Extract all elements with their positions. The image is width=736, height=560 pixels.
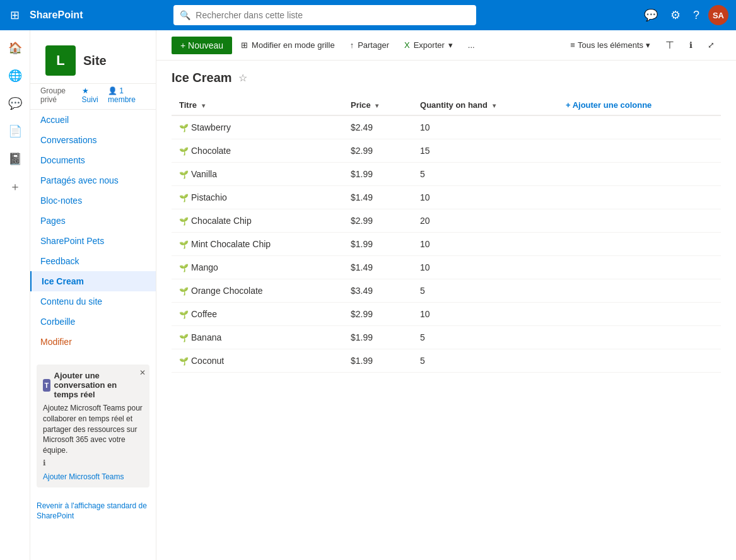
list-star-icon[interactable]: ☆ bbox=[238, 72, 247, 84]
members-btn[interactable]: 👤 1 membre bbox=[108, 86, 146, 104]
user-avatar[interactable]: SA bbox=[708, 5, 728, 25]
sidebar-item-contenu[interactable]: Contenu du site bbox=[30, 291, 156, 312]
sidebar-item-sharepoint-pets[interactable]: SharePoint Pets bbox=[30, 231, 156, 251]
sidebar-item-corbeille[interactable]: Corbeille bbox=[30, 312, 156, 332]
expand-button[interactable]: ⤢ bbox=[701, 37, 721, 54]
cell-price: $2.99 bbox=[343, 209, 412, 233]
sidebar-item-modifier[interactable]: Modifier bbox=[30, 332, 156, 352]
site-header: L Site bbox=[30, 38, 156, 84]
teams-icon: T bbox=[43, 379, 50, 392]
cell-price: $2.49 bbox=[343, 115, 412, 139]
cell-add bbox=[558, 115, 721, 139]
globe-icon[interactable]: 🌐 bbox=[3, 63, 28, 88]
row-icon: 🌱 bbox=[179, 124, 189, 132]
cell-price: $2.99 bbox=[343, 303, 412, 326]
promo-body: Ajoutez Microsoft Teams pour collaborer … bbox=[43, 403, 143, 456]
table-row[interactable]: 🌱Coconut $1.99 5 bbox=[172, 349, 721, 373]
table-row[interactable]: 🌱Coffee $2.99 10 bbox=[172, 303, 721, 326]
chat-icon2[interactable]: 💬 bbox=[3, 91, 28, 116]
waffle-icon[interactable]: ⊞ bbox=[8, 6, 22, 25]
table-row[interactable]: 🌱Chocolate $2.99 15 bbox=[172, 139, 721, 163]
cell-title: 🌱Chocolate bbox=[172, 139, 343, 163]
sidebar-item-partages[interactable]: Partagés avec nous bbox=[30, 170, 156, 190]
table-row[interactable]: 🌱Banana $1.99 5 bbox=[172, 326, 721, 349]
toolbar: + Nouveau ⊞ Modifier en mode grille ↑ Pa… bbox=[156, 30, 736, 61]
table-row[interactable]: 🌱Vanilla $1.99 5 bbox=[172, 163, 721, 186]
follow-btn[interactable]: ★ Suivi bbox=[82, 86, 103, 104]
row-icon: 🌱 bbox=[179, 194, 189, 202]
row-icon: 🌱 bbox=[179, 334, 189, 342]
cell-title: 🌱Stawberry bbox=[172, 115, 343, 139]
document-icon[interactable]: 📄 bbox=[3, 119, 28, 144]
filter-button[interactable]: ⊤ bbox=[659, 35, 681, 55]
cell-title: 🌱Mango bbox=[172, 256, 343, 279]
views-button[interactable]: ≡ Tous les éléments ▾ bbox=[564, 37, 657, 54]
table-row[interactable]: 🌱Mango $1.49 10 bbox=[172, 256, 721, 279]
help-icon[interactable]: ? bbox=[689, 6, 703, 25]
site-title: Site bbox=[83, 54, 107, 68]
row-icon: 🌱 bbox=[179, 147, 189, 156]
search-input[interactable] bbox=[196, 10, 470, 20]
cell-add bbox=[558, 349, 721, 373]
promo-close-button[interactable]: ✕ bbox=[139, 368, 146, 377]
site-logo: L bbox=[45, 45, 76, 76]
excel-icon: X bbox=[404, 40, 410, 50]
col-header-price[interactable]: Price ▾ bbox=[343, 95, 412, 115]
row-icon: 🌱 bbox=[179, 264, 189, 272]
privacy-badge: Groupe privé bbox=[40, 86, 77, 104]
table-row[interactable]: 🌱Pistachio $1.49 10 bbox=[172, 186, 721, 209]
toolbar-right: ≡ Tous les éléments ▾ ⊤ ℹ ⤢ bbox=[564, 35, 721, 55]
col-header-add[interactable]: + Ajouter une colonne bbox=[558, 95, 721, 115]
col-header-qty[interactable]: Quantity on hand ▾ bbox=[412, 95, 558, 115]
sidebar-item-conversations[interactable]: Conversations bbox=[30, 130, 156, 150]
cell-qty: 5 bbox=[412, 326, 558, 349]
icon-bar: 🏠 🌐 💬 📄 📓 ＋ bbox=[0, 30, 30, 560]
table-row[interactable]: 🌱Chocalate Chip $2.99 20 bbox=[172, 209, 721, 233]
share-button[interactable]: ↑ Partager bbox=[344, 37, 395, 54]
cell-price: $1.99 bbox=[343, 233, 412, 256]
promo-title: T Ajouter une conversation en temps réel bbox=[43, 371, 143, 399]
export-button[interactable]: X Exporter ▾ bbox=[398, 37, 459, 54]
cell-qty: 20 bbox=[412, 209, 558, 233]
list-title: Ice Cream bbox=[172, 71, 232, 85]
home-icon[interactable]: 🏠 bbox=[3, 35, 28, 61]
cell-add bbox=[558, 233, 721, 256]
table-row[interactable]: 🌱Stawberry $2.49 10 bbox=[172, 115, 721, 139]
promo-info-icon: ℹ bbox=[43, 458, 46, 467]
cell-title: 🌱Vanilla bbox=[172, 163, 343, 186]
chat-icon[interactable]: 💬 bbox=[640, 6, 662, 25]
views-icon: ≡ bbox=[570, 40, 575, 50]
top-navigation: ⊞ SharePoint 🔍 💬 ⚙ ? SA bbox=[0, 0, 736, 30]
new-button[interactable]: + Nouveau bbox=[172, 37, 232, 54]
cell-price: $1.99 bbox=[343, 326, 412, 349]
more-button[interactable]: ... bbox=[462, 37, 481, 54]
sidebar-item-documents[interactable]: Documents bbox=[30, 150, 156, 170]
row-icon: 🌱 bbox=[179, 357, 189, 366]
col-header-title[interactable]: Titre ▾ bbox=[172, 95, 343, 115]
cell-qty: 10 bbox=[412, 303, 558, 326]
sidebar-item-accueil[interactable]: Accueil bbox=[30, 110, 156, 130]
cell-title: 🌱Orange Chocolate bbox=[172, 279, 343, 303]
price-sort-icon: ▾ bbox=[375, 102, 378, 109]
cell-title: 🌱Mint Chocalate Chip bbox=[172, 233, 343, 256]
cell-qty: 5 bbox=[412, 163, 558, 186]
cell-add bbox=[558, 256, 721, 279]
info-button[interactable]: ℹ bbox=[683, 37, 699, 54]
cell-add bbox=[558, 209, 721, 233]
sidebar-item-pages[interactable]: Pages bbox=[30, 211, 156, 231]
book-icon[interactable]: 📓 bbox=[3, 146, 28, 172]
footer-link[interactable]: Revenir à l'affichage standard de ShareP… bbox=[37, 501, 147, 520]
main-content: + Nouveau ⊞ Modifier en mode grille ↑ Pa… bbox=[156, 30, 736, 560]
cell-price: $1.49 bbox=[343, 186, 412, 209]
settings-icon[interactable]: ⚙ bbox=[667, 6, 684, 25]
promo-link[interactable]: Ajouter Microsoft Teams bbox=[43, 472, 143, 481]
add-icon[interactable]: ＋ bbox=[3, 174, 28, 199]
sidebar-item-feedback[interactable]: Feedback bbox=[30, 251, 156, 271]
edit-grid-button[interactable]: ⊞ Modifier en mode grille bbox=[235, 37, 341, 54]
sidebar-item-blocnotes[interactable]: Bloc-notes bbox=[30, 190, 156, 211]
cell-title: 🌱Chocalate Chip bbox=[172, 209, 343, 233]
table-row[interactable]: 🌱Orange Chocolate $3.49 5 bbox=[172, 279, 721, 303]
table-row[interactable]: 🌱Mint Chocalate Chip $1.99 10 bbox=[172, 233, 721, 256]
sidebar-item-ice-cream[interactable]: Ice Cream bbox=[30, 271, 156, 291]
cell-qty: 10 bbox=[412, 115, 558, 139]
